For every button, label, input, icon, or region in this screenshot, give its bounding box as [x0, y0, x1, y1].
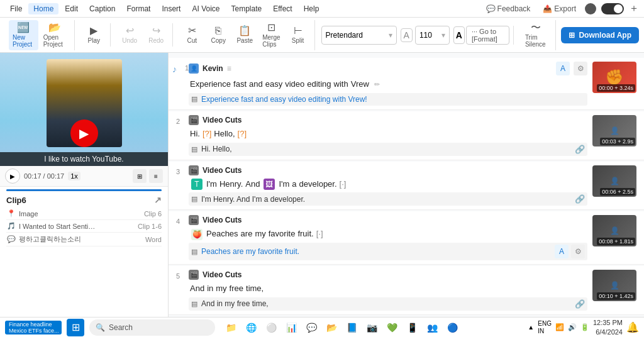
word: Hi.: [190, 128, 200, 141]
new-project-button[interactable]: 🆕 New Project: [9, 20, 38, 50]
menu-effect[interactable]: Effect: [268, 3, 297, 14]
playback-tools: ▶ Play: [77, 23, 111, 47]
settings-icon[interactable]: ⚙: [585, 3, 596, 14]
caption-icon-4: ▤: [191, 248, 197, 256]
taskbar-app-wa[interactable]: 💚: [384, 319, 400, 336]
taskbar-app-explorer[interactable]: 📁: [223, 319, 239, 336]
taskbar-apps: 📁 🌐 ⚪ 📊 💬 📂 📘 📷 💚 📱 👥 🔵: [223, 319, 460, 336]
taskbar-app-chrome[interactable]: ⚪: [263, 319, 279, 336]
paste-button[interactable]: 📋 Paste: [232, 23, 257, 47]
taskbar-app-ig[interactable]: 📷: [364, 319, 380, 336]
export-icon: 📤: [543, 4, 552, 13]
word: fruit.: [297, 228, 313, 241]
speaker-icon-5: 🎬: [189, 270, 199, 280]
menu-caption[interactable]: Caption: [84, 3, 120, 14]
menu-bar: File Home Edit Caption Format Insert AI …: [0, 0, 644, 18]
caption-text-3[interactable]: I'm Henry. And I'm a developer.: [201, 195, 305, 204]
ab-btn-4[interactable]: A: [555, 245, 569, 258]
go-format-button[interactable]: ··· Go to [Format]: [466, 26, 509, 45]
segment-3: 3 🎬 Video Cuts T I'm Henry. And 🖼 I'm a …: [169, 162, 644, 211]
play-pause-button[interactable]: ▶: [5, 168, 20, 184]
notification-icon[interactable]: 🔔: [626, 321, 639, 333]
taskbar-app-misc[interactable]: 📱: [404, 319, 420, 336]
editor-panel: ♪ 1 👤 Kevin ≡ A ⚙ Experience fast and ea…: [169, 53, 644, 317]
taskbar-app-teams[interactable]: 👥: [424, 319, 440, 336]
font-selector[interactable]: Pretendard ▾: [321, 26, 397, 45]
settings-btn-1[interactable]: ⚙: [574, 62, 587, 75]
feedback-button[interactable]: 💬 Feedback: [482, 3, 535, 14]
menu-aivoice[interactable]: AI Voice: [187, 3, 225, 14]
copy-button[interactable]: ⎘ Copy: [206, 23, 231, 47]
word: Henry.: [219, 178, 243, 191]
download-app-button[interactable]: ⊞ Download App: [561, 27, 639, 43]
font-size-selector[interactable]: 110 ▾: [415, 26, 450, 45]
taskbar-app-files[interactable]: 📂: [323, 319, 340, 336]
add-icon[interactable]: ＋: [629, 2, 639, 15]
list-view-button[interactable]: ≡: [149, 169, 163, 183]
news-ticker[interactable]: Finance headline Mexico ETFs face...: [5, 321, 62, 334]
speaker-menu-icon-1[interactable]: ≡: [227, 64, 231, 73]
font-bold-button[interactable]: A: [453, 26, 465, 44]
speed-button[interactable]: 1x: [68, 172, 80, 180]
word-icon-img: 🖼: [264, 179, 275, 190]
segment-num-3: 3: [176, 165, 189, 175]
menu-file[interactable]: File: [5, 3, 27, 14]
taskbar: Finance headline Mexico ETFs face... ⊞ 🔍…: [0, 317, 644, 337]
undo-button[interactable]: ↩ Undo: [117, 23, 142, 47]
windows-start-button[interactable]: ⊞: [67, 319, 84, 336]
word: video: [285, 78, 304, 91]
menu-home[interactable]: Home: [28, 3, 58, 14]
youtube-badge: ▶: [70, 119, 98, 147]
undo-icon: ↩: [126, 26, 134, 36]
word-icon: 💬: [6, 235, 16, 243]
menu-format[interactable]: Format: [121, 3, 155, 14]
subtitle-bar: I like to watch YouTube.: [0, 152, 168, 166]
caption-icon-5: ▤: [191, 300, 197, 308]
split-button[interactable]: ⊢ Split: [286, 23, 311, 47]
export-clip-icon[interactable]: ↗: [154, 195, 162, 205]
settings-btn-4[interactable]: ⚙: [571, 245, 585, 258]
taskbar-app-excel[interactable]: 📊: [283, 319, 299, 336]
segment-body-3: 🎬 Video Cuts T I'm Henry. And 🖼 I'm a de…: [189, 165, 587, 206]
caption-text-4[interactable]: Peaches are my favorite fruit.: [201, 247, 299, 256]
feedback-icon: 💬: [486, 4, 496, 13]
ab-btn-1[interactable]: A: [556, 62, 570, 75]
caption-text-1[interactable]: Experience fast and easy video editing w…: [201, 95, 367, 104]
export-button[interactable]: 📤 Export: [539, 3, 580, 14]
tray-arrow-icon[interactable]: ▲: [528, 324, 534, 331]
play-button[interactable]: ▶ Play: [81, 23, 106, 47]
theme-toggle[interactable]: [601, 3, 624, 14]
taskbar-app-edge[interactable]: 🌐: [243, 319, 259, 336]
thumb-person-4: 👤: [610, 226, 619, 235]
toolbar: 🆕 New Project 📂 Open Project ▶ Play ↩ Un…: [0, 18, 644, 53]
word: [?]: [238, 128, 247, 141]
menu-help[interactable]: Help: [299, 3, 325, 14]
trim-silence-icon: 〜: [531, 23, 541, 33]
segment-body-5: 🎬 Video Cuts And in my free time, ▤ And …: [189, 270, 587, 311]
taskbar-app-messenger[interactable]: 💬: [303, 319, 319, 336]
paste-icon: 📋: [238, 26, 251, 36]
trim-silence-button[interactable]: 〜 Trim Silence: [520, 20, 552, 50]
grid-view-button[interactable]: ⊞: [133, 169, 147, 183]
segment-num-2: 2: [176, 115, 189, 125]
merge-clips-button[interactable]: ⊡ Merge Clips: [258, 20, 284, 50]
taskbar-app-browser2[interactable]: 🔵: [444, 319, 460, 336]
clip-info: Clip6 ↗ 📍 Image Clip 6 🎵 I Wanted to Sta…: [0, 191, 168, 250]
word: Vrew: [351, 78, 369, 91]
edit-icon-1[interactable]: ✏: [374, 79, 380, 91]
clip-row-image: 📍 Image Clip 6: [6, 207, 162, 220]
segment-thumb-3: 👤 00:06 + 2.5s: [592, 165, 636, 197]
redo-button[interactable]: ↪ Redo: [143, 23, 169, 47]
cut-button[interactable]: ✂ Cut: [179, 23, 204, 47]
menu-template[interactable]: Template: [226, 3, 267, 14]
word: with: [334, 78, 348, 91]
taskbar-search[interactable]: 🔍 Search: [89, 319, 215, 336]
caption-text-5[interactable]: And in my free time,: [201, 299, 269, 308]
menu-insert[interactable]: Insert: [157, 3, 186, 14]
menu-edit[interactable]: Edit: [60, 3, 83, 14]
caption-text-2[interactable]: Hi. Hello,: [201, 145, 232, 153]
font-size-icon[interactable]: A: [401, 28, 413, 42]
taskbar-app-fb[interactable]: 📘: [343, 319, 360, 336]
open-project-button[interactable]: 📂 Open Project: [40, 20, 71, 50]
image-icon: 📍: [6, 209, 16, 218]
